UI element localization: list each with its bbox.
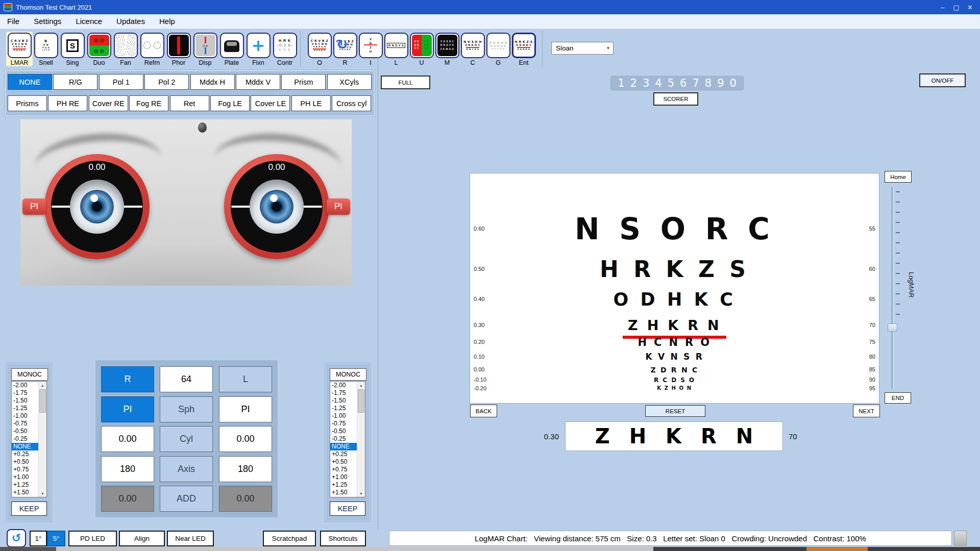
scroll-thumb[interactable]: [39, 389, 46, 413]
logmar-slider-thumb[interactable]: [888, 323, 897, 332]
tab-r-g[interactable]: R/G: [53, 74, 97, 90]
score-digit-1[interactable]: 1: [618, 77, 624, 89]
left-lens-dial[interactable]: 0.00: [224, 154, 329, 259]
score-digit-4[interactable]: 4: [655, 77, 662, 89]
score-digit-3[interactable]: 3: [643, 77, 649, 89]
cell-axis-right-eye[interactable]: 180: [101, 456, 154, 482]
menu-item-help[interactable]: Help: [152, 14, 182, 29]
left-lens-pi-tab[interactable]: PI: [327, 198, 350, 215]
tool-snellen-chart[interactable]: RF PT O ZL P E DSnell: [33, 32, 59, 66]
tab-ph-re[interactable]: PH RE: [48, 95, 87, 111]
scroll-down-icon[interactable]: ▼: [357, 490, 365, 497]
close-button[interactable]: ✕: [963, 4, 977, 11]
cell-eye-right-eye[interactable]: R: [101, 366, 154, 392]
step-1-degree-button[interactable]: 1°: [30, 531, 47, 546]
near-led-button[interactable]: Near LED: [167, 531, 214, 546]
tab-fog-re[interactable]: Fog RE: [129, 95, 168, 111]
tab-cover-le[interactable]: Cover LE: [251, 95, 290, 111]
tool-logmar-chart[interactable]: C R V B ZV K C N HS N K O HR H S D KLMAR: [6, 32, 33, 66]
power-listbox-left-eye[interactable]: -2.00-1.75-1.50-1.25-1.00-0.75-0.50-0.25…: [330, 381, 365, 497]
cell-axis-label[interactable]: Axis: [160, 456, 213, 482]
cell-add-label[interactable]: ADD: [160, 486, 213, 512]
next-button[interactable]: NEXT: [853, 405, 880, 417]
align-button[interactable]: Align: [119, 531, 165, 546]
cell-add-left-eye[interactable]: 0.00: [219, 486, 272, 512]
tab-cover-re[interactable]: Cover RE: [89, 95, 128, 111]
tab-cross-cyl[interactable]: Cross cyl: [332, 95, 371, 111]
logmar-slider-track[interactable]: [892, 187, 893, 389]
tool-refraction-dots[interactable]: Refrn: [139, 32, 165, 66]
tab-pol-1[interactable]: Pol 1: [99, 74, 143, 90]
full-screen-button[interactable]: FULL: [381, 76, 430, 89]
tool-phoria-test[interactable]: Phor: [165, 32, 192, 66]
tool-single-letter-chart[interactable]: SSing: [59, 32, 86, 66]
letterset-dropdown[interactable]: Sloan ▼: [551, 42, 614, 55]
onoff-button[interactable]: ON/OFF: [919, 73, 966, 87]
cell-sph-right-eye[interactable]: PI: [101, 396, 154, 422]
menu-item-settings[interactable]: Settings: [27, 14, 68, 29]
tab-prism[interactable]: Prism: [281, 74, 326, 90]
cell-sph-label[interactable]: Sph: [160, 396, 213, 422]
menu-item-licence[interactable]: Licence: [68, 14, 109, 29]
tool-chart-l[interactable]: R N O V SL: [383, 32, 409, 66]
score-digit-8[interactable]: 8: [705, 77, 712, 89]
scroll-down-icon[interactable]: ▼: [39, 490, 46, 497]
resize-grip[interactable]: [954, 531, 967, 546]
pd-led-button[interactable]: PD LED: [68, 531, 117, 546]
right-lens-pi-tab[interactable]: PI: [22, 198, 46, 215]
tool-chart-m[interactable]: V O S R ZR N O V SZ K M D HM: [434, 32, 460, 66]
right-lens-dial[interactable]: 0.00: [44, 154, 150, 259]
cell-sph-left-eye[interactable]: PI: [219, 396, 272, 422]
rotate-axis-button[interactable]: ↺: [7, 529, 26, 547]
menu-item-file[interactable]: File: [0, 14, 27, 29]
minimize-button[interactable]: –: [936, 4, 949, 11]
keep-button-right-eye[interactable]: KEEP: [11, 502, 47, 516]
cell-cyl-right-eye[interactable]: 0.00: [101, 426, 154, 452]
tool-chart-o[interactable]: C R V B ZV K C N HS N K O HR H S D KO: [306, 32, 333, 66]
scroll-thumb[interactable]: [358, 389, 364, 413]
scroll-up-icon[interactable]: ▲: [39, 382, 46, 389]
power-listbox-right-eye[interactable]: -2.00-1.75-1.50-1.25-1.00-0.75-0.50-0.25…: [11, 381, 47, 497]
scroll-up-icon[interactable]: ▲: [357, 382, 365, 389]
cell-cyl-label[interactable]: Cyl: [160, 426, 213, 452]
tool-fan-chart[interactable]: Fan: [112, 32, 139, 66]
tool-duochrome-test[interactable]: ◎ ◎◎ ◎Duo: [86, 32, 112, 66]
cell-eye-label[interactable]: 64: [160, 366, 213, 392]
score-digit-7[interactable]: 7: [692, 77, 699, 89]
scratchpad-button[interactable]: Scratchpad: [263, 531, 316, 546]
scrollbar[interactable]: ▲▼: [38, 382, 46, 497]
tab-none[interactable]: NONE: [8, 74, 52, 90]
cell-eye-left-eye[interactable]: L: [219, 366, 272, 392]
score-digit-6[interactable]: 6: [680, 77, 687, 89]
reset-button[interactable]: RESET: [645, 405, 705, 417]
tool-chart-c[interactable]: N V S K HZ R K D CD N C H VC: [459, 32, 486, 66]
tool-chart-i[interactable]: VRZHI: [357, 32, 384, 66]
tool-disparity-test[interactable]: o oDisp: [192, 32, 218, 66]
scrollbar[interactable]: ▲▼: [357, 382, 365, 497]
tab-mddx-v[interactable]: Mddx V: [236, 74, 280, 90]
tab-prisms[interactable]: Prisms: [8, 95, 47, 111]
score-digit-0[interactable]: 0: [730, 77, 737, 89]
tool-chart-u[interactable]: V DR NZ CR ZV SH CU: [408, 32, 435, 66]
tab-ret[interactable]: Ret: [170, 95, 209, 111]
tool-chart-g[interactable]: O D B H KK Z N D RH S C R HG: [485, 32, 511, 66]
end-button[interactable]: END: [885, 392, 911, 404]
menu-item-updates[interactable]: Updates: [109, 14, 152, 29]
maximize-button[interactable]: ▢: [949, 4, 963, 11]
cell-axis-left-eye[interactable]: 180: [219, 456, 272, 482]
score-digit-9[interactable]: 9: [717, 77, 724, 89]
tab-pol-2[interactable]: Pol 2: [144, 74, 189, 90]
home-button[interactable]: Home: [885, 171, 912, 183]
step-5-degree-button[interactable]: 5°: [47, 531, 65, 546]
score-digit-5[interactable]: 5: [668, 77, 674, 89]
cell-cyl-left-eye[interactable]: 0.00: [219, 426, 272, 452]
tool-fixation-target[interactable]: +Fixn: [245, 32, 272, 66]
tab-mddx-h[interactable]: Mddx H: [190, 74, 235, 90]
shortcuts-button[interactable]: Shortcuts: [320, 531, 366, 546]
keep-button-left-eye[interactable]: KEEP: [330, 502, 365, 516]
score-digit-2[interactable]: 2: [630, 77, 637, 89]
tab-fog-le[interactable]: Fog LE: [210, 95, 250, 111]
cell-add-right-eye[interactable]: 0.00: [101, 486, 154, 512]
back-button[interactable]: BACK: [470, 405, 497, 417]
tab-ph-le[interactable]: PH LE: [291, 95, 331, 111]
